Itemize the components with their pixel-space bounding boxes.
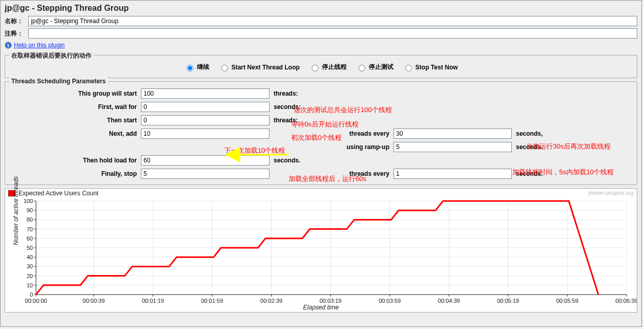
svg-text:00:01:59: 00:01:59 <box>201 298 223 304</box>
svg-text:00:00:39: 00:00:39 <box>83 298 105 304</box>
svg-text:00:06:39: 00:06:39 <box>616 298 637 304</box>
svg-text:50: 50 <box>27 245 33 251</box>
label-using-ramp-up: using ramp-up <box>273 143 390 151</box>
label-threads-suffix-1: threads: <box>273 90 390 97</box>
svg-text:100: 100 <box>24 198 33 204</box>
radio-stop-now-label: Stop Test Now <box>416 64 458 71</box>
radio-stop-test-input[interactable] <box>359 65 365 71</box>
name-input[interactable] <box>28 16 637 26</box>
radio-stop-now[interactable]: Stop Test Now <box>403 63 458 71</box>
page-title: jp@gc - Stepping Thread Group <box>1 1 641 15</box>
label-next-add: Next, add <box>9 130 138 137</box>
label-seconds-period-3: seconds. <box>515 170 633 177</box>
info-icon: i <box>5 42 12 49</box>
label-seconds-comma: seconds, <box>515 130 633 137</box>
input-first-wait[interactable] <box>141 102 270 112</box>
label-then-start: Then start <box>9 117 138 124</box>
svg-text:0: 0 <box>30 291 33 298</box>
scheduling-legend: Threads Scheduling Parameters <box>9 78 108 85</box>
on-error-groupbox: 在取样器错误后要执行的动作 继续 Start Next Thread Loop … <box>5 55 637 78</box>
svg-text:70: 70 <box>27 226 33 232</box>
radio-start-next[interactable]: Start Next Thread Loop <box>219 63 300 71</box>
label-threads-suffix-2: threads; <box>273 117 390 124</box>
help-link[interactable]: Help on this plugin <box>14 42 65 49</box>
radio-continue[interactable]: 继续 <box>184 63 209 71</box>
input-total-threads[interactable] <box>141 88 270 99</box>
name-label: 名称： <box>5 17 28 26</box>
label-threads-every-2: threads every <box>273 170 390 177</box>
svg-text:00:04:39: 00:04:39 <box>438 298 460 304</box>
svg-text:00:05:19: 00:05:19 <box>497 298 519 304</box>
on-error-legend: 在取样器错误后要执行的动作 <box>9 51 94 60</box>
svg-text:20: 20 <box>27 273 33 279</box>
label-then-hold-load-for: Then hold load for <box>9 157 138 164</box>
label-seconds-1: seconds; <box>273 103 390 111</box>
svg-text:90: 90 <box>27 207 33 213</box>
svg-text:i: i <box>8 43 9 48</box>
radio-stop-test-label: 停止测试 <box>369 63 393 71</box>
radio-stop-thread-input[interactable] <box>312 65 318 71</box>
svg-text:10: 10 <box>27 282 33 288</box>
svg-text:00:00:00: 00:00:00 <box>25 298 47 304</box>
svg-text:00:03:19: 00:03:19 <box>319 298 342 304</box>
svg-text:00:05:59: 00:05:59 <box>556 298 578 304</box>
radio-continue-label: 继续 <box>197 63 209 71</box>
scheduling-groupbox: Threads Scheduling Parameters This group… <box>5 81 637 185</box>
label-seconds-period-1: seconds. <box>515 143 633 151</box>
radio-continue-input[interactable] <box>187 65 193 71</box>
radio-stop-thread[interactable]: 停止线程 <box>309 63 347 71</box>
label-finally-stop: Finally, stop <box>9 170 138 177</box>
svg-text:30: 30 <box>27 263 33 269</box>
input-finally-every[interactable] <box>393 169 512 179</box>
input-then-start[interactable] <box>141 115 270 125</box>
radio-start-next-input[interactable] <box>221 65 228 71</box>
radio-stop-now-input[interactable] <box>405 65 412 71</box>
svg-text:00:03:59: 00:03:59 <box>379 298 401 304</box>
svg-text:60: 60 <box>27 235 33 242</box>
input-finally-stop[interactable] <box>141 169 270 179</box>
chart-svg: 010203040506070809010000:00:0000:00:3900… <box>5 189 637 312</box>
comments-label: 注释： <box>5 29 28 38</box>
comments-input[interactable] <box>28 28 637 39</box>
radio-stop-thread-label: 停止线程 <box>322 63 347 71</box>
input-hold-for[interactable] <box>141 155 270 166</box>
svg-text:00:01:19: 00:01:19 <box>142 298 164 304</box>
input-ramp-up[interactable] <box>393 142 512 152</box>
input-next-add[interactable] <box>141 129 270 139</box>
svg-text:80: 80 <box>27 216 33 223</box>
radio-stop-test[interactable]: 停止测试 <box>356 63 393 71</box>
svg-text:40: 40 <box>27 254 33 260</box>
label-seconds-period-2: seconds. <box>273 157 390 164</box>
input-next-every[interactable] <box>393 129 512 139</box>
svg-text:00:02:39: 00:02:39 <box>260 298 282 304</box>
radio-start-next-label: Start Next Thread Loop <box>231 64 300 71</box>
label-threads-every-1: threads every <box>273 130 390 137</box>
label-this-group-will-start: This group will start <box>9 90 138 97</box>
chart-panel: Expected Active Users Count jmeter-plugi… <box>5 188 637 313</box>
label-first-wait-for: First, wait for <box>9 103 138 111</box>
